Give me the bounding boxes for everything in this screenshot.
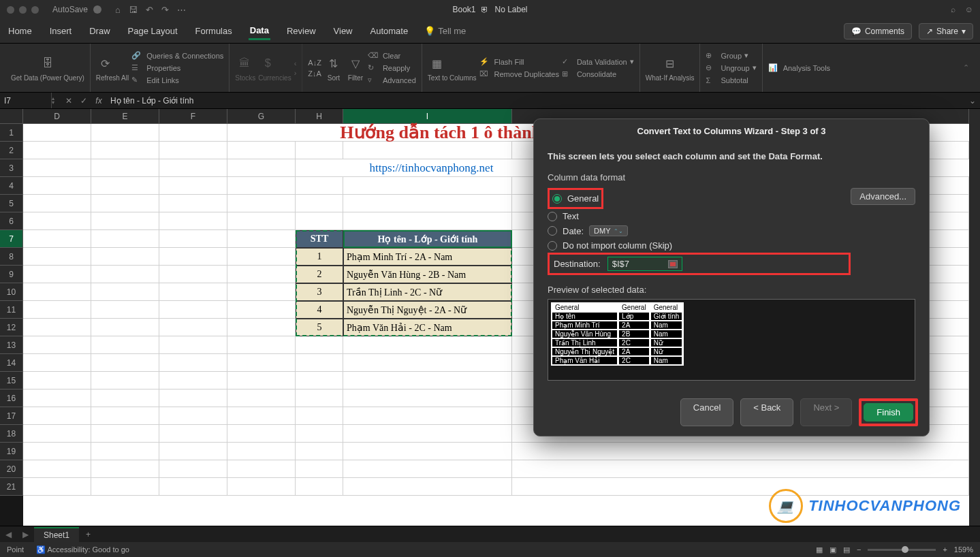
cell[interactable]: [296, 425, 343, 443]
cell[interactable]: [91, 266, 159, 283]
cell[interactable]: [296, 177, 343, 195]
cell[interactable]: [296, 372, 343, 389]
cell[interactable]: [227, 248, 296, 266]
properties-button[interactable]: ☰Properties: [131, 63, 223, 74]
cell[interactable]: [91, 407, 159, 425]
row-header[interactable]: 8: [0, 248, 23, 266]
cell[interactable]: [159, 283, 227, 301]
namebox-dropdown-icon[interactable]: ▴▾: [52, 97, 61, 105]
cell[interactable]: [91, 389, 159, 407]
reapply-button[interactable]: ↻Reapply: [368, 63, 416, 74]
cell[interactable]: 2: [296, 266, 343, 283]
view-normal-icon[interactable]: ▦: [816, 545, 823, 554]
column-header[interactable]: E: [91, 109, 159, 124]
cell[interactable]: [23, 142, 91, 159]
cell[interactable]: [23, 354, 91, 372]
range-picker-icon[interactable]: [668, 260, 678, 268]
cell[interactable]: [91, 283, 159, 301]
back-button[interactable]: < Back: [740, 398, 793, 426]
cell[interactable]: [227, 212, 296, 230]
tab-home[interactable]: Home: [7, 23, 33, 39]
row-header[interactable]: 21: [0, 478, 23, 496]
row-header[interactable]: 2: [0, 142, 23, 159]
save-icon[interactable]: 🖫: [129, 5, 138, 15]
cell[interactable]: [296, 478, 343, 496]
cell[interactable]: [23, 319, 91, 336]
cell[interactable]: [159, 389, 227, 407]
cell[interactable]: [23, 159, 91, 177]
cell[interactable]: [296, 389, 343, 407]
cell[interactable]: [91, 301, 159, 319]
cell[interactable]: [227, 283, 296, 301]
select-all-corner[interactable]: [0, 109, 23, 124]
row-header[interactable]: 7: [0, 230, 23, 248]
cell[interactable]: [343, 425, 512, 443]
cell[interactable]: [91, 478, 159, 496]
cell[interactable]: [23, 301, 91, 319]
cell[interactable]: [91, 460, 159, 478]
row-header[interactable]: 1: [0, 124, 23, 142]
cell[interactable]: 1: [296, 248, 343, 266]
cell[interactable]: [23, 478, 91, 496]
cell[interactable]: [91, 230, 159, 248]
cell[interactable]: https://tinhocvanphong.net: [296, 159, 568, 177]
cell[interactable]: Nguyễn Thị Nguyệt - 2A - Nữ: [343, 301, 512, 319]
consolidate-button[interactable]: ⊞Consolidate: [562, 69, 634, 80]
cell[interactable]: [227, 142, 296, 159]
cell[interactable]: [91, 425, 159, 443]
cell[interactable]: [343, 354, 512, 372]
analysis-tools-button[interactable]: 📊Analysis Tools: [768, 63, 831, 74]
sheet-tab[interactable]: Sheet1: [34, 527, 79, 542]
share-button[interactable]: ↗Share▾: [919, 23, 973, 39]
vertical-scrollbar[interactable]: [969, 109, 980, 526]
data-validation-button[interactable]: ✓Data Validation ▾: [562, 57, 634, 67]
cell[interactable]: [91, 319, 159, 336]
advanced-filter-button[interactable]: ▿Advanced: [368, 75, 416, 86]
cell[interactable]: [296, 336, 343, 354]
row-header[interactable]: 19: [0, 443, 23, 460]
cell[interactable]: [23, 407, 91, 425]
cell[interactable]: [343, 177, 512, 195]
row-header[interactable]: 6: [0, 212, 23, 230]
radio-text[interactable]: Text: [548, 209, 851, 223]
collapse-ribbon-icon[interactable]: ⌃: [958, 63, 975, 72]
cell[interactable]: [343, 336, 512, 354]
tab-page-layout[interactable]: Page Layout: [127, 23, 179, 39]
tab-formulas[interactable]: Formulas: [194, 23, 234, 39]
cell[interactable]: [227, 266, 296, 283]
radio-general[interactable]: General: [552, 191, 599, 206]
cell[interactable]: [23, 248, 91, 266]
cell[interactable]: [91, 159, 159, 177]
comments-button[interactable]: 💬Comments: [844, 23, 912, 39]
cell[interactable]: [23, 372, 91, 389]
cell[interactable]: [159, 478, 227, 496]
advanced-button[interactable]: Advanced...: [851, 188, 915, 205]
zoom-level[interactable]: 159%: [954, 545, 973, 554]
formula-input[interactable]: Họ tên - Lớp - Giới tính: [106, 96, 965, 106]
tab-draw[interactable]: Draw: [88, 23, 111, 39]
sort-za-button[interactable]: Z↓A: [308, 69, 321, 78]
enter-formula-icon[interactable]: ✓: [76, 96, 91, 106]
cell[interactable]: Trần Thị Linh - 2C - Nữ: [343, 283, 512, 301]
cell[interactable]: [512, 460, 969, 478]
tab-view[interactable]: View: [332, 23, 354, 39]
cell[interactable]: [296, 195, 343, 212]
cell[interactable]: [91, 195, 159, 212]
refresh-all-button[interactable]: ⟳Refresh All: [96, 54, 129, 82]
search-icon[interactable]: ⌕: [951, 5, 955, 14]
cell[interactable]: [159, 266, 227, 283]
undo-icon[interactable]: ↶: [146, 5, 153, 15]
sensitivity-label[interactable]: No Label: [494, 5, 527, 14]
cell[interactable]: [159, 124, 227, 142]
radio-date[interactable]: Date: DMY: [548, 223, 851, 238]
add-sheet-icon[interactable]: +: [79, 530, 97, 539]
expand-formula-icon[interactable]: ⌄: [965, 96, 980, 106]
cell[interactable]: [227, 195, 296, 212]
cell[interactable]: [227, 301, 296, 319]
cell[interactable]: 3: [296, 283, 343, 301]
row-header[interactable]: 14: [0, 354, 23, 372]
row-header[interactable]: 3: [0, 159, 23, 177]
cell[interactable]: [159, 319, 227, 336]
row-header[interactable]: 15: [0, 372, 23, 389]
cell[interactable]: [23, 177, 91, 195]
